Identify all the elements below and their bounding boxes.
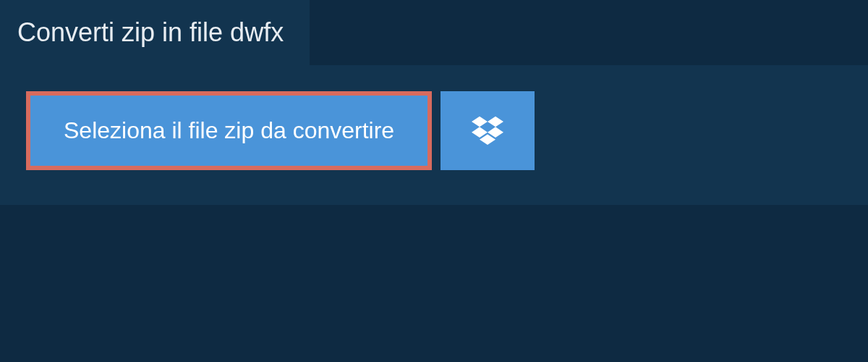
select-file-button[interactable]: Seleziona il file zip da convertire <box>26 91 432 170</box>
page-title-tab: Converti zip in file dwfx <box>0 0 310 65</box>
page-title: Converti zip in file dwfx <box>17 17 284 47</box>
select-file-button-label: Seleziona il file zip da convertire <box>64 117 394 144</box>
dropbox-icon <box>472 114 503 148</box>
upload-panel: Seleziona il file zip da convertire <box>0 65 868 205</box>
button-row: Seleziona il file zip da convertire <box>26 91 842 170</box>
dropbox-button[interactable] <box>441 91 535 170</box>
